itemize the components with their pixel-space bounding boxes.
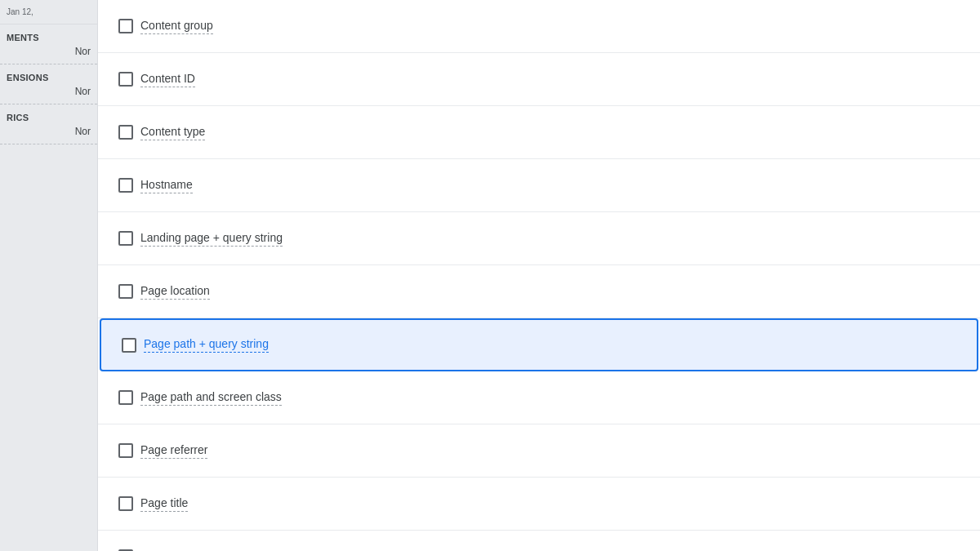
checkbox-wrapper-page-path-screen-class <box>111 390 140 405</box>
dimension-list: Content groupContent IDContent typeHostn… <box>98 0 980 551</box>
sidebar-section-ments: MENTS Nor <box>0 24 97 64</box>
checkbox-page-referrer[interactable] <box>118 443 133 458</box>
checkbox-wrapper-page-title <box>111 496 140 511</box>
checkbox-wrapper-content-id <box>111 72 140 87</box>
list-item-content-id[interactable]: Content ID <box>98 53 980 106</box>
item-label-hostname: Hostname <box>140 178 193 193</box>
checkbox-wrapper-page-path-query-string <box>114 338 144 353</box>
checkbox-landing-page-query-string[interactable] <box>118 231 133 246</box>
list-item-page-referrer[interactable]: Page referrer <box>98 424 980 478</box>
item-label-page-path-screen-class: Page path and screen class <box>140 390 282 406</box>
list-item-landing-page-query-string[interactable]: Landing page + query string <box>98 212 980 265</box>
checkbox-wrapper-landing-page-query-string <box>111 231 140 246</box>
list-item-content-type[interactable]: Content type <box>98 106 980 159</box>
sidebar-date-text: Jan 12, <box>7 7 33 16</box>
item-label-page-title: Page title <box>140 496 188 512</box>
item-label-page-referrer: Page referrer <box>140 443 207 459</box>
checkbox-wrapper-content-type <box>111 125 140 140</box>
sidebar: Jan 12, MENTS Nor ENSIONS Nor RICS Nor <box>0 0 98 551</box>
item-label-page-path-query-string: Page path + query string <box>144 337 269 353</box>
checkbox-wrapper-content-group <box>111 19 140 33</box>
checkbox-wrapper-page-location <box>111 284 140 299</box>
list-item-page-title-screen-class[interactable]: Page title and screen class <box>98 531 980 551</box>
sidebar-section-rics: RICS Nor <box>0 104 97 144</box>
list-item-hostname[interactable]: Hostname <box>98 159 980 212</box>
checkbox-content-group[interactable] <box>118 19 133 33</box>
sidebar-ensions-value: Nor <box>0 84 97 99</box>
checkbox-wrapper-hostname <box>111 178 140 193</box>
sidebar-rics-value: Nor <box>0 124 97 139</box>
sidebar-ments-value: Nor <box>0 44 97 59</box>
item-label-content-type: Content type <box>140 125 205 140</box>
checkbox-page-title[interactable] <box>118 496 133 511</box>
checkbox-content-type[interactable] <box>118 125 133 140</box>
item-label-page-location: Page location <box>140 284 210 300</box>
sidebar-ments-label: MENTS <box>0 29 97 44</box>
item-label-content-id: Content ID <box>140 72 195 87</box>
checkbox-wrapper-page-referrer <box>111 443 140 458</box>
sidebar-top: Jan 12, <box>0 0 97 24</box>
item-label-content-group: Content group <box>140 19 213 34</box>
list-item-page-location[interactable]: Page location <box>98 265 980 318</box>
sidebar-rics-label: RICS <box>0 109 97 124</box>
checkbox-page-path-screen-class[interactable] <box>118 390 133 405</box>
item-label-landing-page-query-string: Landing page + query string <box>140 231 283 247</box>
checkbox-content-id[interactable] <box>118 72 133 87</box>
list-item-content-group[interactable]: Content group <box>98 0 980 53</box>
list-item-page-path-screen-class[interactable]: Page path and screen class <box>98 371 980 424</box>
list-item-page-title[interactable]: Page title <box>98 478 980 531</box>
checkbox-hostname[interactable] <box>118 178 133 193</box>
checkbox-page-path-query-string[interactable] <box>122 338 136 353</box>
sidebar-section-ensions: ENSIONS Nor <box>0 64 97 104</box>
sidebar-ensions-label: ENSIONS <box>0 69 97 84</box>
checkbox-page-location[interactable] <box>118 284 133 299</box>
list-item-page-path-query-string[interactable]: Page path + query string <box>100 318 978 371</box>
